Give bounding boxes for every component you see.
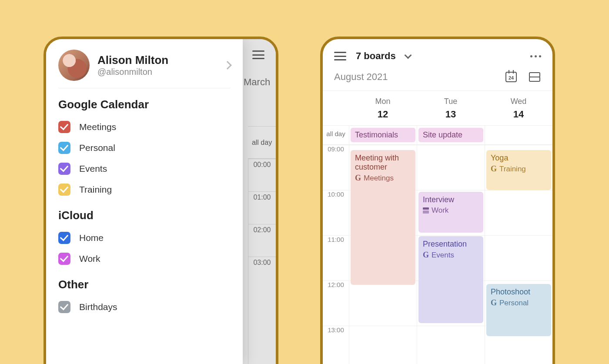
google-item-meetings[interactable]: Meetings [58,117,231,137]
chevron-down-icon[interactable] [404,52,412,59]
event-block[interactable]: InterviewWork [418,192,483,233]
bg-hour-label: 00:00 [248,159,276,191]
event-block[interactable]: YogaGTraining [486,150,551,190]
allday-event[interactable]: Site update [418,128,483,142]
calendar-icon-day: 24 [506,75,516,80]
month-label: August 2021 [334,71,388,83]
hour-label: 09:00 [323,145,349,190]
event-source: Personal [499,299,529,307]
calendar-icon: 24 [505,72,517,82]
event-title: Meeting with customer [355,154,411,172]
hour-label: 11:00 [323,235,349,281]
calendar-label: Events [79,164,107,174]
view-toggle-button[interactable] [528,70,541,83]
chevron-right-icon [223,61,232,70]
google-item-events[interactable]: Events [58,158,231,179]
hamburger-icon[interactable] [334,52,346,60]
day-of-week: Wed [485,97,552,106]
event-title: Photoshoot [491,287,547,297]
hamburger-icon[interactable] [252,50,264,59]
event-title: Presentation [423,240,479,249]
google-icon: G [355,174,361,183]
event-title: Interview [423,195,479,204]
calendar-label: Training [79,184,112,195]
checkbox-icon[interactable] [58,121,70,133]
hour-label: 10:00 [323,190,349,235]
day-header[interactable]: Wed14 [485,97,552,120]
phone-left: March all day 00:0001:0002:0003:00 Aliso… [44,37,278,364]
day-number: 13 [417,109,485,120]
event-source: Meetings [364,174,394,183]
google-icon: G [491,298,497,307]
icloud-item-home[interactable]: Home [58,227,231,248]
calendar-label: Home [79,233,104,243]
google-item-training[interactable]: Training [58,179,231,200]
hour-label: 12:00 [323,281,349,326]
settings-drawer: Alison Milton @alisonmilton Google Calen… [46,39,243,364]
time-grid: 09:0010:0011:0012:0013:00 Meeting with c… [323,145,552,364]
google-icon: G [423,250,429,260]
bg-time-column: 00:0001:0002:0003:00 [248,159,276,364]
day-column-mon[interactable]: Meeting with customerGMeetings [349,145,417,364]
checkbox-icon[interactable] [58,253,70,265]
allday-row: all day Testimonials Site update [323,126,552,145]
event-source: Work [432,206,448,215]
checkbox-icon[interactable] [58,142,70,154]
day-number: 14 [485,109,552,120]
section-other-title: Other [58,278,231,291]
event-block[interactable]: PresentationGEvents [418,236,483,323]
google-icon: G [491,164,497,174]
checkbox-icon[interactable] [58,301,70,313]
list-view-icon [529,72,540,82]
allday-label: all day [323,126,349,144]
profile-handle: @alisonmilton [97,67,168,77]
checkbox-icon[interactable] [58,163,70,175]
boards-dropdown[interactable]: 7 boards [356,50,396,62]
hour-label: 13:00 [323,326,349,364]
allday-event[interactable]: Testimonials [351,128,415,142]
day-column-tue[interactable]: InterviewWorkPresentationGEvents [417,145,485,364]
icloud-item-work[interactable]: Work [58,248,231,269]
avatar [58,50,90,81]
section-google-title: Google Calendar [58,98,231,111]
checkbox-icon[interactable] [58,232,70,244]
day-headers: Mon12Tue13Wed14 [323,91,552,126]
calendar-label: Work [79,254,100,264]
event-block[interactable]: PhotoshootGPersonal [486,284,551,336]
event-title: Yoga [491,154,547,163]
checkbox-icon[interactable] [58,184,70,196]
bg-hour-label: 01:00 [248,191,276,224]
event-block[interactable]: Meeting with customerGMeetings [351,150,415,285]
day-number: 12 [349,109,417,120]
bg-hour-label: 02:00 [248,224,276,257]
google-item-personal[interactable]: Personal [58,137,231,158]
day-column-wed[interactable]: YogaGTrainingPhotoshootGPersonal [485,145,552,364]
calendar-picker-button[interactable]: 24 [505,70,518,83]
day-header[interactable]: Mon12 [349,97,417,120]
section-icloud-title: iCloud [58,209,231,222]
day-header[interactable]: Tue13 [417,97,485,120]
calendar-label: Meetings [79,122,116,132]
calendar-label: Birthdays [79,302,117,312]
profile-name: Alison Milton [97,53,168,67]
event-source: Training [499,165,526,174]
day-of-week: Mon [349,97,417,106]
board-icon [423,207,429,214]
event-source: Events [432,251,454,260]
bg-hour-label: 03:00 [248,257,276,289]
other-item-birthdays[interactable]: Birthdays [58,297,231,317]
phone-right: 7 boards August 2021 24 Mon12Tue13Wed14 … [320,37,555,364]
day-of-week: Tue [417,97,485,106]
bg-allday-label: all day [248,126,276,159]
profile-row[interactable]: Alison Milton @alisonmilton [58,50,231,88]
more-icon[interactable] [530,55,541,57]
calendar-label: Personal [79,143,115,153]
bg-month-label: March [244,77,271,88]
